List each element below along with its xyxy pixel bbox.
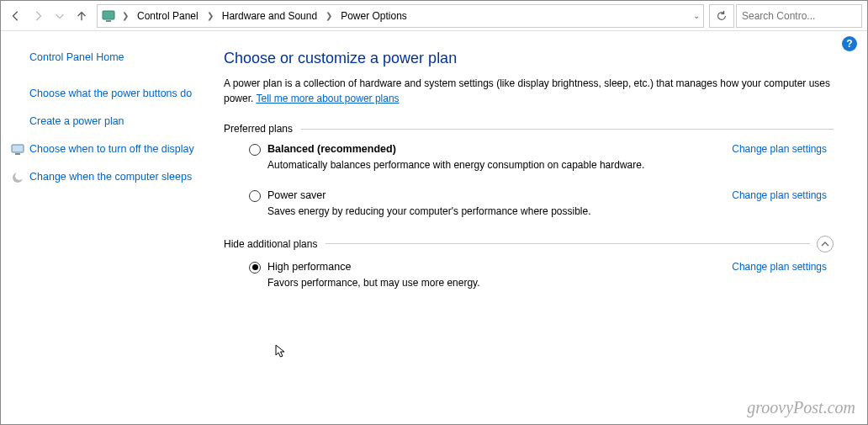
sidebar-link-label: Create a power plan <box>29 115 124 127</box>
plan-description: Saves energy by reducing your computer's… <box>267 205 834 219</box>
radio-high-performance[interactable] <box>249 262 261 274</box>
section-header-additional: Hide additional plans <box>224 236 834 252</box>
plan-power-saver: Power saver Change plan settings Saves e… <box>249 189 834 219</box>
svg-rect-1 <box>106 20 111 22</box>
control-panel-icon <box>101 8 116 24</box>
breadcrumb-item[interactable]: Power Options <box>338 8 410 24</box>
section-label: Preferred plans <box>224 123 301 135</box>
radio-power-saver[interactable] <box>249 190 261 202</box>
page-title: Choose or customize a power plan <box>224 50 834 67</box>
radio-balanced[interactable] <box>249 144 261 156</box>
control-panel-home-link[interactable]: Control Panel Home <box>29 51 205 63</box>
plan-balanced: Balanced (recommended) Change plan setti… <box>249 143 834 173</box>
plan-description: Automatically balances performance with … <box>267 158 834 173</box>
main-content: ? Choose or customize a power plan A pow… <box>215 31 867 424</box>
address-bar: ❯ Control Panel ❯ Hardware and Sound ❯ P… <box>1 1 867 31</box>
monitor-icon <box>11 143 24 157</box>
page-description: A power plan is a collection of hardware… <box>224 76 834 106</box>
sidebar-link-sleep[interactable]: Change when the computer sleeps <box>29 170 205 184</box>
recent-dropdown[interactable] <box>50 6 70 26</box>
plan-description: Favors performance, but may use more ene… <box>267 276 834 290</box>
change-plan-settings-link[interactable]: Change plan settings <box>732 261 834 273</box>
plan-name: Power saver <box>267 189 326 201</box>
forward-button[interactable] <box>28 6 48 26</box>
refresh-button[interactable] <box>709 4 734 28</box>
svg-point-7 <box>15 172 24 180</box>
tell-me-more-link[interactable]: Tell me more about power plans <box>256 93 399 104</box>
plan-high-performance: High performance Change plan settings Fa… <box>249 261 834 290</box>
svg-rect-4 <box>12 145 24 152</box>
chevron-right-icon[interactable]: ❯ <box>323 11 335 20</box>
sidebar-link-power-buttons[interactable]: Choose what the power buttons do <box>29 87 205 101</box>
svg-rect-5 <box>15 153 20 155</box>
sidebar-link-create-plan[interactable]: Create a power plan <box>29 114 205 129</box>
section-label: Hide additional plans <box>224 238 326 250</box>
section-header-preferred: Preferred plans <box>224 123 834 135</box>
search-input[interactable] <box>742 10 868 22</box>
sidebar-link-label: Choose when to turn off the display <box>29 143 194 155</box>
svg-rect-0 <box>103 11 114 19</box>
sidebar-link-label: Choose what the power buttons do <box>29 88 192 99</box>
plan-name: Balanced (recommended) <box>267 143 396 155</box>
chevron-right-icon[interactable]: ❯ <box>119 11 131 20</box>
sidebar: Control Panel Home Choose what the power… <box>1 31 215 424</box>
back-button[interactable] <box>6 6 26 26</box>
breadcrumb-box[interactable]: ❯ Control Panel ❯ Hardware and Sound ❯ P… <box>97 4 704 28</box>
change-plan-settings-link[interactable]: Change plan settings <box>732 189 834 201</box>
change-plan-settings-link[interactable]: Change plan settings <box>732 143 834 155</box>
chevron-down-icon[interactable]: ⌄ <box>693 11 700 20</box>
watermark: groovyPost.com <box>747 398 855 417</box>
chevron-right-icon[interactable]: ❯ <box>204 11 216 20</box>
search-box[interactable] <box>736 4 862 28</box>
moon-icon <box>11 171 24 184</box>
sidebar-link-turn-off-display[interactable]: Choose when to turn off the display <box>29 142 205 157</box>
plan-name: High performance <box>267 261 351 273</box>
help-button[interactable]: ? <box>842 36 857 51</box>
breadcrumb-item[interactable]: Control Panel <box>135 8 201 24</box>
breadcrumb-item[interactable]: Hardware and Sound <box>220 8 320 24</box>
sidebar-link-label: Change when the computer sleeps <box>29 171 192 183</box>
collapse-button[interactable] <box>817 236 834 252</box>
up-button[interactable] <box>71 6 92 26</box>
